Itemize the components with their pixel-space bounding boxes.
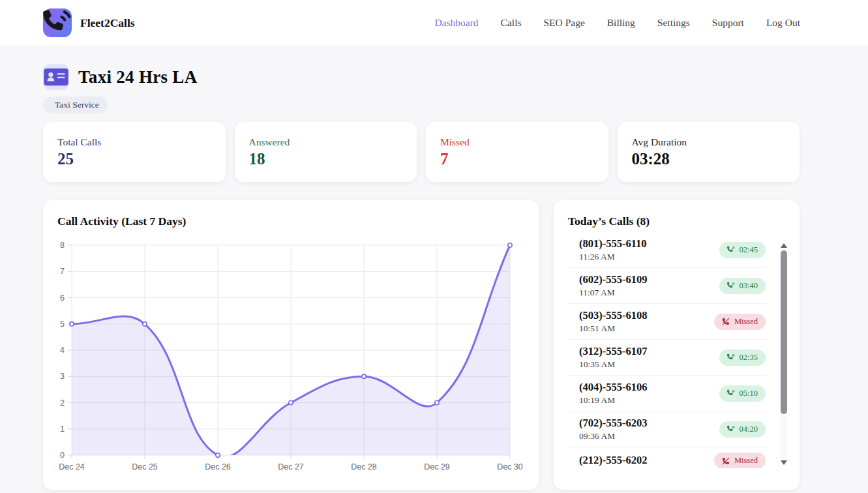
call-info: (404)-555-610610:19 AM [579, 381, 647, 406]
nav-label: Billing [607, 17, 635, 29]
stat-card-avg-duration: Avg Duration 03:28 [618, 122, 800, 182]
svg-text:Dec 26: Dec 26 [205, 462, 231, 471]
svg-text:8: 8 [60, 241, 65, 250]
nav-label: SEO Page [543, 17, 584, 29]
badge-label: 05:10 [740, 389, 758, 398]
nav-label: Log Out [766, 17, 800, 29]
stat-card-missed: Missed 7 [426, 122, 608, 182]
call-row[interactable]: (503)-555-610810:51 AM Missed [568, 304, 767, 340]
nav-label: Settings [657, 17, 690, 29]
call-status-badge: 05:10 [719, 385, 766, 402]
brand-name: Fleet2Calls [80, 16, 135, 30]
call-activity-chart: 012345678Dec 24Dec 25Dec 26Dec 27Dec 28D… [57, 237, 524, 480]
stat-label: Missed [440, 136, 470, 148]
call-info: (801)-555-611011:26 AM [579, 237, 647, 262]
call-row[interactable]: (702)-555-620309:36 AM 04:20 [568, 411, 767, 447]
phone-volume-icon [727, 282, 735, 290]
call-number: (602)-555-6109 [579, 273, 647, 286]
phone-volume-icon [727, 425, 735, 433]
call-time: 11:26 AM [579, 252, 647, 262]
call-row[interactable]: (404)-555-610610:19 AM 05:10 [568, 376, 767, 411]
call-status-badge: Missed [714, 453, 766, 468]
svg-text:6: 6 [60, 293, 65, 303]
call-number: (212)-555-6202 [579, 454, 647, 467]
page-header: Taxi 24 Hrs LA [43, 64, 800, 90]
nav-item-dashboard[interactable]: Dashboard [430, 17, 478, 29]
category-badge: Taxi Service [43, 97, 108, 113]
calls-scrollbar[interactable] [779, 242, 788, 466]
call-info: (602)-555-610911:07 AM [579, 273, 647, 298]
nav-item-seo-page[interactable]: SEO Page [539, 17, 584, 29]
stat-card-total-calls: Total Calls 25 [43, 122, 226, 182]
call-status-badge: 04:20 [719, 421, 766, 438]
call-status-badge: 03:40 [719, 278, 766, 294]
brand[interactable]: Fleet2Calls [43, 8, 135, 37]
svg-text:0: 0 [60, 451, 65, 460]
category-badge-label: Taxi Service [55, 100, 99, 110]
badge-label: Missed [734, 456, 758, 466]
svg-text:2: 2 [60, 398, 65, 408]
stat-value: 7 [440, 150, 470, 168]
stat-label: Total Calls [57, 136, 101, 148]
call-row[interactable]: (312)-555-610710:35 AM 02:35 [568, 340, 767, 376]
svg-text:Dec 27: Dec 27 [278, 462, 304, 471]
call-status-badge: Missed [714, 314, 766, 330]
stat-value: 03:28 [632, 150, 687, 168]
badge-label: 02:45 [740, 245, 758, 255]
scroll-up-arrow[interactable] [781, 243, 787, 248]
calls-list[interactable]: (801)-555-611011:26 AM 02:45(602)-555-61… [568, 232, 785, 468]
todays-calls-title: Today’s Calls (8) [568, 215, 785, 228]
phone-volume-icon [727, 353, 735, 361]
stat-value: 18 [249, 150, 290, 168]
nav-item-calls[interactable]: Calls [496, 17, 522, 29]
nav-label: Calls [501, 17, 522, 29]
scrollbar-thumb[interactable] [781, 250, 787, 414]
call-number: (312)-555-6107 [579, 345, 647, 358]
todays-calls-card: Today’s Calls (8) (801)-555-611011:26 AM… [554, 200, 800, 490]
call-status-badge: 02:45 [719, 242, 766, 258]
scrollbar-track[interactable] [781, 250, 787, 458]
svg-text:Dec 28: Dec 28 [351, 462, 377, 471]
nav-item-log-out[interactable]: Log Out [762, 17, 800, 29]
phone-volume-icon [727, 246, 735, 254]
call-row[interactable]: (602)-555-610911:07 AM 03:40 [568, 268, 767, 304]
chart-title: Call Activity (Last 7 Days) [57, 215, 524, 228]
svg-text:Dec 24: Dec 24 [59, 462, 85, 471]
call-time: 09:36 AM [579, 431, 647, 441]
call-status-badge: 02:35 [719, 350, 766, 366]
badge-label: 02:35 [740, 353, 758, 363]
svg-text:4: 4 [60, 346, 65, 355]
scroll-down-arrow[interactable] [781, 460, 787, 465]
svg-text:Dec 30: Dec 30 [497, 462, 523, 471]
badge-label: Missed [734, 317, 758, 327]
main-nav: Dashboard Calls SEO Page Billing Setting… [412, 17, 800, 29]
phone-slash-icon [722, 318, 730, 325]
svg-text:3: 3 [60, 372, 65, 381]
nav-item-billing[interactable]: Billing [603, 17, 635, 29]
call-time: 10:51 AM [579, 323, 647, 334]
call-activity-card: Call Activity (Last 7 Days) 012345678Dec… [43, 200, 539, 490]
call-time: 10:19 AM [579, 395, 647, 406]
call-row[interactable]: (801)-555-611011:26 AM 02:45 [568, 232, 767, 268]
svg-text:Dec 25: Dec 25 [132, 462, 158, 471]
phone-volume-icon [727, 389, 735, 397]
phone-volume-icon [43, 8, 72, 37]
nav-item-settings[interactable]: Settings [653, 17, 690, 29]
call-number: (503)-555-6108 [579, 309, 647, 322]
svg-text:5: 5 [60, 320, 65, 329]
stat-card-answered: Answered 18 [235, 122, 417, 182]
stats-row: Total Calls 25 Answered 18 Missed 7 Avg … [43, 122, 800, 182]
call-info: (312)-555-610710:35 AM [579, 345, 647, 370]
nav-item-support[interactable]: Support [708, 17, 744, 29]
stat-label: Avg Duration [632, 136, 687, 148]
top-nav-bar: Fleet2Calls Dashboard Calls SEO Page Bil… [0, 0, 868, 46]
nav-label: Dashboard [434, 17, 478, 29]
call-info: (212)-555-6202 [579, 454, 647, 468]
call-info: (503)-555-610810:51 AM [579, 309, 647, 334]
badge-label: 04:20 [740, 425, 758, 434]
page-title: Taxi 24 Hrs LA [78, 67, 197, 87]
call-row[interactable]: (212)-555-6202 Missed [568, 447, 767, 468]
svg-text:1: 1 [60, 425, 65, 434]
call-time: 10:35 AM [579, 359, 647, 370]
call-number: (702)-555-6203 [579, 417, 647, 430]
